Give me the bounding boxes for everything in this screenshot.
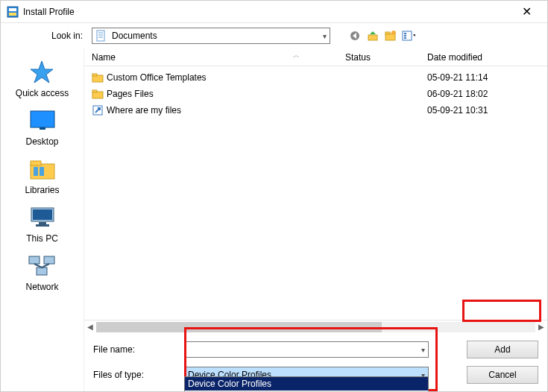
- filename-label: File name:: [93, 344, 184, 355]
- cancel-button[interactable]: Cancel: [467, 366, 538, 384]
- place-quick-access[interactable]: Quick access: [16, 59, 69, 98]
- folder-icon: [92, 72, 107, 83]
- lookin-toolbar: Look in: Documents ▾: [1, 23, 547, 48]
- lookin-value: Documents: [112, 31, 318, 41]
- documents-icon: [95, 30, 107, 42]
- svg-rect-15: [404, 37, 406, 39]
- svg-rect-12: [403, 31, 412, 40]
- filetype-label: Files of type:: [93, 370, 184, 380]
- chevron-down-icon[interactable]: ▾: [421, 346, 425, 354]
- back-icon[interactable]: [348, 29, 362, 42]
- place-label: This PC: [26, 233, 58, 244]
- scroll-thumb[interactable]: [96, 322, 382, 332]
- file-date: 05-09-21 10:31: [427, 105, 547, 116]
- desktop-icon: [28, 107, 57, 134]
- file-name: Pages Files: [107, 89, 345, 99]
- place-this-pc[interactable]: This PC: [26, 204, 58, 244]
- folder-icon: [92, 88, 107, 100]
- list-item[interactable]: Custom Office Templates 05-09-21 11:14: [92, 69, 547, 86]
- svg-rect-24: [39, 222, 46, 224]
- svg-rect-19: [31, 161, 41, 165]
- places-bar: Quick access Desktop Libraries This PC N…: [1, 48, 84, 391]
- list-header: Name ︿ Status Date modified: [84, 48, 547, 66]
- place-label: Network: [25, 282, 58, 292]
- svg-rect-14: [404, 35, 406, 37]
- svg-rect-3: [97, 31, 104, 41]
- list-item[interactable]: Pages Files 06-09-21 18:02: [92, 86, 547, 102]
- svg-rect-8: [368, 35, 377, 40]
- file-name: Custom Office Templates: [107, 72, 345, 83]
- title-bar: Install Profile ✕: [1, 1, 547, 23]
- file-list: Custom Office Templates 05-09-21 11:14 P…: [84, 66, 547, 320]
- svg-line-30: [42, 264, 49, 268]
- new-folder-icon[interactable]: [384, 29, 397, 42]
- place-label: Quick access: [16, 88, 69, 98]
- shortcut-icon: [92, 104, 107, 116]
- file-date: 05-09-21 11:14: [427, 72, 547, 83]
- scroll-right-icon[interactable]: ▶: [535, 323, 547, 331]
- place-desktop[interactable]: Desktop: [25, 107, 58, 147]
- svg-rect-21: [40, 167, 44, 176]
- svg-rect-13: [404, 33, 406, 34]
- svg-rect-20: [34, 167, 38, 176]
- list-item[interactable]: Where are my files 05-09-21 10:31: [92, 102, 547, 118]
- filetype-option[interactable]: Device Color Profiles: [185, 377, 428, 391]
- horizontal-scrollbar[interactable]: ◀ ▶: [84, 320, 547, 333]
- file-date: 06-09-21 18:02: [427, 89, 547, 99]
- svg-rect-1: [9, 8, 16, 11]
- svg-rect-34: [92, 90, 97, 92]
- place-label: Desktop: [25, 136, 58, 147]
- place-label: Libraries: [25, 185, 59, 195]
- filetype-dropdown[interactable]: Device Color Profiles ICC Profiles Devic…: [184, 376, 429, 392]
- filename-input[interactable]: ▾: [184, 341, 429, 358]
- app-icon: [7, 6, 19, 18]
- place-network[interactable]: Network: [25, 253, 58, 292]
- quick-access-icon: [27, 59, 57, 86]
- svg-rect-26: [29, 256, 40, 264]
- chevron-down-icon: ▾: [323, 32, 327, 40]
- view-menu-icon[interactable]: [402, 29, 415, 42]
- col-status[interactable]: Status: [345, 52, 427, 63]
- svg-rect-2: [9, 13, 16, 16]
- svg-rect-16: [31, 111, 54, 127]
- svg-rect-28: [37, 268, 47, 275]
- svg-rect-25: [36, 224, 49, 227]
- svg-rect-27: [44, 256, 54, 264]
- scroll-track[interactable]: [96, 322, 535, 332]
- place-libraries[interactable]: Libraries: [25, 156, 59, 195]
- network-icon: [27, 253, 57, 279]
- sort-indicator-icon: ︿: [293, 51, 300, 60]
- add-button[interactable]: Add: [467, 341, 538, 358]
- up-icon[interactable]: [366, 29, 379, 42]
- this-pc-icon: [28, 204, 57, 231]
- svg-rect-10: [385, 32, 390, 34]
- scroll-left-icon[interactable]: ◀: [84, 323, 96, 331]
- svg-rect-23: [33, 209, 52, 220]
- col-date[interactable]: Date modified: [427, 52, 547, 63]
- col-name[interactable]: Name: [92, 52, 345, 63]
- window-title: Install Profile: [23, 7, 511, 17]
- toolbar-icons: [348, 29, 415, 42]
- form-area: File name: ▾ Add Files of type: Device C…: [84, 333, 547, 391]
- svg-rect-32: [92, 74, 97, 76]
- file-name: Where are my files: [107, 105, 345, 116]
- svg-point-11: [391, 31, 396, 35]
- lookin-combo[interactable]: Documents ▾: [92, 28, 330, 44]
- svg-line-29: [34, 264, 42, 268]
- lookin-label: Look in:: [40, 31, 83, 41]
- libraries-icon: [28, 156, 57, 183]
- close-button[interactable]: ✕: [511, 4, 541, 19]
- svg-rect-17: [40, 127, 45, 130]
